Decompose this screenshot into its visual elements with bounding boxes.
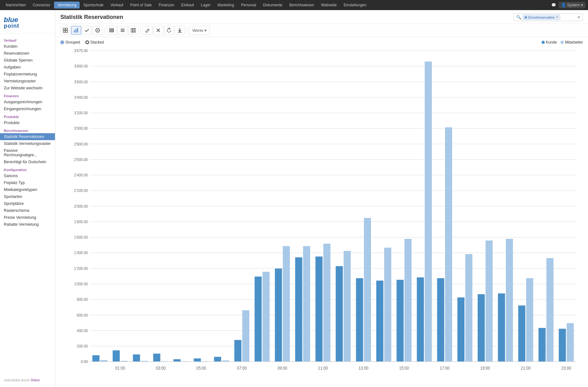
sidebar-item-eingangsrechnungen[interactable]: Eingangsrechnungen	[0, 105, 55, 112]
nav-item-webseite[interactable]: Webseite	[318, 2, 340, 9]
sidebar-item-vermietungsraster[interactable]: Vermietungsraster	[0, 78, 55, 85]
odoo-link[interactable]: Odoo	[31, 378, 40, 382]
legend-mitarbeiter-dot	[561, 41, 564, 44]
table-icon	[63, 28, 68, 33]
svg-text:1'800.00: 1'800.00	[74, 219, 88, 224]
edit-button[interactable]	[142, 26, 153, 35]
svg-rect-113	[538, 328, 545, 362]
view-barchart-button[interactable]	[71, 26, 81, 35]
view-list-button[interactable]	[118, 26, 128, 35]
sidebar-item-fixplatz-typ[interactable]: Fixplatz Typ	[0, 179, 55, 186]
svg-rect-4	[74, 30, 75, 33]
svg-text:1'000.00: 1'000.00	[74, 282, 88, 286]
svg-text:1'600.00: 1'600.00	[74, 235, 88, 240]
sidebar-item-aufgaben[interactable]: Aufgaben	[0, 64, 55, 71]
view-columns-button[interactable]	[128, 26, 138, 35]
svg-rect-112	[526, 278, 533, 361]
sidebar-item-zur-website-wechseln[interactable]: Zur Website wechseln	[0, 85, 55, 92]
grouped-radio[interactable]	[60, 40, 64, 44]
barchart-icon	[74, 28, 79, 33]
search-dropdown-button[interactable]: ▾	[578, 15, 580, 20]
sidebar-item-preise-vermietung[interactable]: Preise Vermietung	[0, 214, 55, 221]
sidebar-section-finanzen: Finanzen	[0, 92, 55, 98]
filter-remove-button[interactable]: ✕	[556, 15, 559, 19]
svg-rect-83	[234, 340, 241, 362]
sidebar-item-statistik-vermietungsraster[interactable]: Statistik Vermietungsraster	[0, 140, 55, 147]
svg-rect-105	[458, 297, 464, 361]
sidebar-item-globale-sperren[interactable]: Globale Sperren	[0, 57, 55, 64]
svg-rect-86	[263, 272, 270, 362]
sidebar-item-rabatte-vermietung[interactable]: Rabatte Vermietung	[0, 221, 55, 228]
svg-rect-92	[323, 244, 330, 362]
separator-3	[187, 27, 187, 33]
nav-item-verkauf[interactable]: Verkauf	[107, 2, 126, 9]
filter-tag-label: Einzelreservation	[528, 15, 555, 19]
sidebar-item-passive-rechnungsabgre[interactable]: Passive Rechnungsabgre...	[0, 147, 55, 158]
top-nav: NachrichtenConnectorVermietungSportschul…	[0, 0, 588, 10]
nav-item-berichtswesen[interactable]: Berichtswesen	[286, 2, 317, 9]
svg-text:07:00: 07:00	[237, 366, 247, 371]
svg-rect-98	[384, 248, 391, 362]
download-button[interactable]	[175, 26, 185, 35]
svg-rect-108	[486, 241, 493, 362]
sidebar-item-statistik-reservationen[interactable]: Statistik Reservationen	[0, 133, 55, 140]
sidebar-item-rasterschema[interactable]: Rasterschema	[0, 207, 55, 214]
sidebar-item-reservationen[interactable]: Reservationen	[0, 50, 55, 57]
stacked-option[interactable]: Stacked	[85, 40, 104, 45]
svg-text:13:00: 13:00	[359, 366, 368, 371]
svg-rect-89	[295, 257, 302, 361]
search-icon: 🔍	[516, 15, 521, 20]
nav-item-vermietung[interactable]: Vermietung	[54, 2, 80, 9]
nav-item-point-of-sale[interactable]: Point of Sale	[127, 2, 155, 9]
sidebar-item-berechtigt-für-gutschein[interactable]: Berechtigt für Gutschein	[0, 158, 55, 165]
view-check-button[interactable]	[82, 26, 92, 35]
main-content: Statistik Reservationen 🔍 ▣ Einzelreserv…	[55, 10, 588, 387]
main-header: Statistik Reservationen 🔍 ▣ Einzelreserv…	[55, 10, 588, 24]
svg-text:400.00: 400.00	[77, 328, 88, 333]
nav-item-nachrichten[interactable]: Nachrichten	[3, 2, 29, 9]
svg-rect-3	[66, 31, 68, 33]
nav-item-personal[interactable]: Personal	[238, 2, 259, 9]
stacked-radio[interactable]	[85, 40, 89, 44]
svg-text:0.00: 0.00	[81, 360, 88, 364]
sidebar-item-kunden[interactable]: Kunden	[0, 43, 55, 50]
sidebar-item-fixplatzvermietung[interactable]: Fixplatzvermietung	[0, 71, 55, 78]
view-table-button[interactable]	[60, 26, 70, 35]
search-bar[interactable]: 🔍 ▣ Einzelreservation ✕ ▾	[513, 13, 583, 21]
svg-text:05:00: 05:00	[197, 366, 206, 371]
nav-item-sportschule[interactable]: Sportschule	[80, 2, 106, 9]
system-button[interactable]: 👤 System ▾	[559, 2, 585, 8]
view-grid-button[interactable]	[107, 26, 117, 35]
sidebar-item-produkte[interactable]: Produkte	[0, 119, 55, 126]
messages-icon[interactable]: 💬	[551, 3, 556, 7]
nav-item-lager[interactable]: Lager	[198, 2, 214, 9]
svg-line-22	[148, 29, 149, 30]
svg-rect-88	[283, 246, 290, 362]
sidebar-item-saisons[interactable]: Saisons	[0, 172, 55, 179]
nav-item-finanzen[interactable]: Finanzen	[155, 2, 177, 9]
svg-rect-97	[376, 281, 383, 362]
logo: blue point	[0, 13, 55, 33]
werte-dropdown[interactable]: Werte ▾	[189, 26, 210, 35]
svg-rect-87	[275, 269, 282, 362]
sidebar-footer: unterstützt durch Odoo	[0, 376, 55, 384]
chart-area: Grouped Stacked Kunde Mitarbeiter	[55, 37, 588, 387]
delete-button[interactable]	[153, 26, 163, 35]
page-title: Statistik Reservationen	[60, 14, 510, 21]
sidebar-item-sportarten[interactable]: Sportarten	[0, 193, 55, 200]
sidebar-item-ausgangsrechnungen[interactable]: Ausgangsrechnungen	[0, 98, 55, 105]
refresh-button[interactable]	[164, 26, 174, 35]
nav-item-connector[interactable]: Connector	[30, 2, 53, 9]
sidebar-item-mietkategorietypen[interactable]: Mietkategorietypen	[0, 186, 55, 193]
nav-item-marketing[interactable]: Marketing	[214, 2, 237, 9]
legend-kunde: Kunde	[542, 40, 557, 45]
nav-item-dokumente[interactable]: Dokumente	[260, 2, 285, 9]
nav-item-einstellungen[interactable]: Einstellungen	[341, 2, 370, 9]
nav-item-einkauf[interactable]: Einkauf	[178, 2, 197, 9]
sidebar-item-sportplätze[interactable]: Sportplätze	[0, 200, 55, 207]
grouped-option[interactable]: Grouped	[60, 40, 80, 45]
svg-text:2'000.00: 2'000.00	[74, 204, 88, 209]
filter-tag: ▣ Einzelreservation ✕	[523, 15, 560, 20]
view-circle-button[interactable]	[93, 26, 103, 35]
svg-rect-107	[478, 294, 485, 362]
